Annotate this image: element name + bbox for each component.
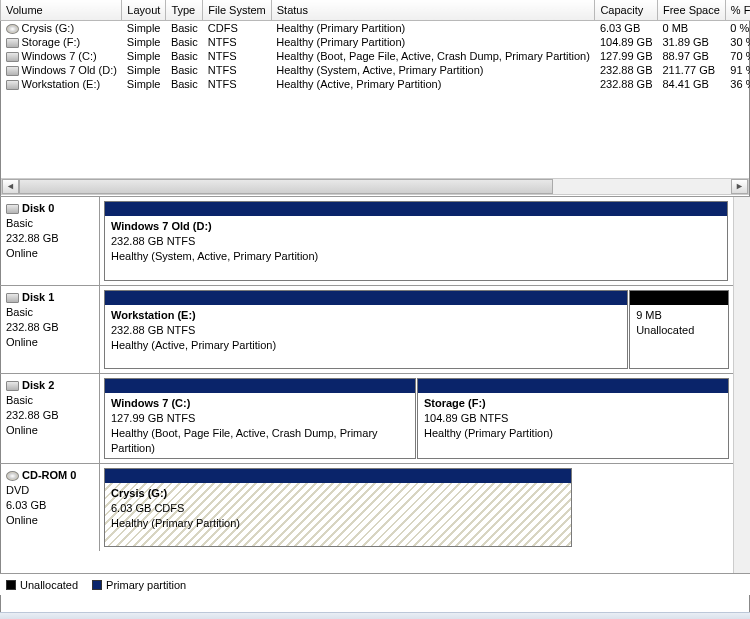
partition-size: 104.89 GB NTFS [424, 411, 722, 426]
table-cell: 127.99 GB [595, 49, 658, 63]
table-cell: 84.41 GB [657, 77, 725, 91]
partition[interactable]: Storage (F:)104.89 GB NTFSHealthy (Prima… [417, 378, 729, 459]
partition-status: Healthy (Boot, Page File, Active, Crash … [111, 426, 409, 456]
disk-state: Online [6, 335, 93, 350]
volume-name-cell: Crysis (G:) [1, 20, 122, 35]
table-cell: Healthy (Primary Partition) [271, 20, 595, 35]
table-cell: Healthy (System, Active, Primary Partiti… [271, 63, 595, 77]
partition-header-bar [630, 291, 728, 305]
partition-status: Healthy (Primary Partition) [111, 516, 565, 531]
disk-size: 6.03 GB [6, 498, 93, 513]
disk-type: Basic [6, 393, 93, 408]
partition[interactable]: Windows 7 (C:)127.99 GB NTFSHealthy (Boo… [104, 378, 416, 459]
disk-state: Online [6, 513, 93, 528]
partition[interactable]: Crysis (G:)6.03 GB CDFSHealthy (Primary … [104, 468, 572, 547]
table-cell: 232.88 GB [595, 63, 658, 77]
column-header[interactable]: Capacity [595, 0, 658, 20]
disk-size: 232.88 GB [6, 231, 93, 246]
column-header[interactable]: % Free [725, 0, 750, 20]
partition-size: 232.88 GB NTFS [111, 234, 721, 249]
partition[interactable]: Windows 7 Old (D:)232.88 GB NTFSHealthy … [104, 201, 728, 281]
column-header[interactable]: Type [166, 0, 203, 20]
volume-name-cell: Windows 7 Old (D:) [1, 63, 122, 77]
table-cell: Healthy (Boot, Page File, Active, Crash … [271, 49, 595, 63]
table-cell: 0 % [725, 20, 750, 35]
column-header[interactable]: Volume [1, 0, 122, 20]
disk-drive-icon [6, 66, 19, 76]
disk-partition-graph: Windows 7 (C:)127.99 GB NTFSHealthy (Boo… [100, 374, 750, 463]
volume-name-cell: Windows 7 (C:) [1, 49, 122, 63]
table-cell: 6.03 GB [595, 20, 658, 35]
partition[interactable]: Workstation (E:)232.88 GB NTFSHealthy (A… [104, 290, 628, 369]
table-cell: Basic [166, 20, 203, 35]
partition-body: Workstation (E:)232.88 GB NTFSHealthy (A… [105, 305, 627, 368]
table-cell: 211.77 GB [657, 63, 725, 77]
table-row[interactable]: Windows 7 (C:)SimpleBasicNTFSHealthy (Bo… [1, 49, 751, 63]
disk-state: Online [6, 423, 93, 438]
disk-type: Basic [6, 216, 93, 231]
table-cell: NTFS [203, 35, 271, 49]
table-cell: NTFS [203, 49, 271, 63]
cd-drive-icon [6, 471, 19, 481]
table-row[interactable]: Windows 7 Old (D:)SimpleBasicNTFSHealthy… [1, 63, 751, 77]
scroll-right-arrow[interactable]: ► [731, 179, 748, 194]
table-cell: 0 MB [657, 20, 725, 35]
horizontal-scrollbar[interactable]: ◄ ► [1, 178, 749, 195]
partition-size: 9 MB [636, 308, 722, 323]
disk-info: CD-ROM 0DVD6.03 GBOnline [0, 464, 100, 551]
table-cell: 232.88 GB [595, 77, 658, 91]
disk-drive-icon [6, 38, 19, 48]
table-cell: 31.89 GB [657, 35, 725, 49]
volume-name-cell: Storage (F:) [1, 35, 122, 49]
volume-name-cell: Workstation (E:) [1, 77, 122, 91]
disk-row[interactable]: Disk 2Basic232.88 GBOnlineWindows 7 (C:)… [0, 373, 750, 463]
disk-size: 232.88 GB [6, 320, 93, 335]
disk-graphical-pane: Disk 0Basic232.88 GBOnlineWindows 7 Old … [0, 197, 750, 595]
table-cell: 91 % [725, 63, 750, 77]
disk-row[interactable]: Disk 0Basic232.88 GBOnlineWindows 7 Old … [0, 197, 750, 285]
legend-label-unallocated: Unallocated [20, 579, 78, 591]
disk-row[interactable]: CD-ROM 0DVD6.03 GBOnlineCrysis (G:)6.03 … [0, 463, 750, 551]
scroll-left-arrow[interactable]: ◄ [2, 179, 19, 194]
table-cell: Simple [122, 35, 166, 49]
partition-status: Healthy (System, Active, Primary Partiti… [111, 249, 721, 264]
column-header[interactable]: File System [203, 0, 271, 20]
partition-header-bar [105, 291, 627, 305]
table-cell: 88.97 GB [657, 49, 725, 63]
partition-status: Healthy (Primary Partition) [424, 426, 722, 441]
partition-size: 232.88 GB NTFS [111, 323, 621, 338]
table-row[interactable]: Workstation (E:)SimpleBasicNTFSHealthy (… [1, 77, 751, 91]
volume-table[interactable]: VolumeLayoutTypeFile SystemStatusCapacit… [0, 0, 750, 91]
disk-row[interactable]: Disk 1Basic232.88 GBOnlineWorkstation (E… [0, 285, 750, 373]
disk-drive-icon [6, 381, 19, 391]
vertical-scrollbar[interactable] [733, 197, 750, 573]
table-cell: Simple [122, 20, 166, 35]
table-cell: CDFS [203, 20, 271, 35]
disk-name: Disk 1 [22, 291, 54, 303]
table-row[interactable]: Storage (F:)SimpleBasicNTFSHealthy (Prim… [1, 35, 751, 49]
legend-swatch-primary [92, 580, 102, 590]
partition-name: Storage (F:) [424, 396, 722, 411]
partition-body: Windows 7 Old (D:)232.88 GB NTFSHealthy … [105, 216, 727, 280]
table-cell: Healthy (Primary Partition) [271, 35, 595, 49]
scroll-track[interactable] [19, 179, 731, 194]
cd-drive-icon [6, 24, 19, 34]
partition-header-bar [105, 379, 415, 393]
partition-body: 9 MBUnallocated [630, 305, 728, 368]
partition-name: Crysis (G:) [111, 486, 565, 501]
disk-drive-icon [6, 204, 19, 214]
column-header[interactable]: Free Space [657, 0, 725, 20]
table-cell: NTFS [203, 63, 271, 77]
scroll-thumb[interactable] [19, 179, 553, 194]
table-cell: Simple [122, 77, 166, 91]
partition-unallocated[interactable]: 9 MBUnallocated [629, 290, 729, 369]
disk-partition-graph: Workstation (E:)232.88 GB NTFSHealthy (A… [100, 286, 750, 373]
column-header[interactable]: Status [271, 0, 595, 20]
partition-name: Windows 7 (C:) [111, 396, 409, 411]
disk-partition-graph: Crysis (G:)6.03 GB CDFSHealthy (Primary … [100, 464, 750, 551]
disk-partition-graph: Windows 7 Old (D:)232.88 GB NTFSHealthy … [100, 197, 750, 285]
disk-info: Disk 1Basic232.88 GBOnline [0, 286, 100, 373]
partition-status: Healthy (Active, Primary Partition) [111, 338, 621, 353]
table-row[interactable]: Crysis (G:)SimpleBasicCDFSHealthy (Prima… [1, 20, 751, 35]
column-header[interactable]: Layout [122, 0, 166, 20]
